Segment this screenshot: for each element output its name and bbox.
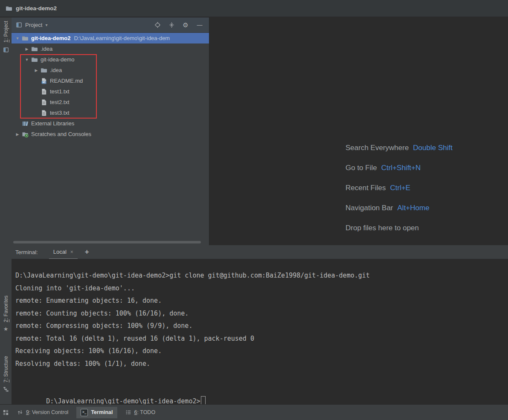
toolwindow-button-favorites[interactable]: 2: Favorites — [3, 295, 9, 322]
chevron-expanded-icon[interactable]: ▼ — [23, 58, 30, 62]
terminal-cursor[interactable] — [201, 396, 206, 405]
settings-gear-button[interactable]: ⚙ — [182, 22, 189, 29]
folder-icon — [31, 56, 38, 63]
chevron-collapsed-icon[interactable]: ▶ — [23, 47, 30, 51]
ide-window: git-idea-demo2 1: Project 2: Favorites ★… — [0, 0, 508, 420]
todo-list-icon — [125, 409, 131, 415]
project-tree: ▼ git-idea-demo2 D:\JavaLearning\git-dem… — [12, 33, 209, 139]
toolwindow-switcher-icon[interactable] — [3, 409, 9, 416]
locate-file-button[interactable] — [154, 22, 161, 29]
terminal-line: D:\JavaLearning\git-demo\git-idea-demo2>… — [15, 269, 508, 282]
hint-go-to-file: Go to FileCtrl+Shift+N — [345, 164, 453, 172]
tree-item-test1[interactable]: test1.txt — [12, 86, 209, 97]
project-path: D:\JavaLearning\git-demo\git-idea-dem — [74, 35, 170, 41]
terminal-line: Receiving objects: 100% (16/16), done. — [15, 345, 508, 358]
text-file-icon — [41, 88, 47, 95]
chevron-down-icon[interactable]: ▾ — [45, 23, 47, 27]
markdown-file-icon — [41, 78, 47, 84]
hint-recent-files: Recent FilesCtrl+E — [345, 184, 453, 192]
terminal-line: remote: Counting objects: 100% (16/16), … — [15, 307, 508, 320]
terminal-line: Cloning into 'git-idea-demo'... — [15, 282, 508, 295]
tree-item-idea-folder[interactable]: ▶ .idea — [12, 43, 209, 54]
hint-search-everywhere: Search EverywhereDouble Shift — [345, 144, 453, 152]
terminal-output[interactable]: D:\JavaLearning\git-demo\git-idea-demo2>… — [12, 259, 508, 420]
window-title: git-idea-demo2 — [16, 5, 57, 12]
tree-item-git-idea-demo[interactable]: ▼ git-idea-demo — [12, 54, 209, 65]
project-tool-window: Project ▾ ⚙ — ▼ git-idea-demo2 D:\JavaLe… — [12, 17, 209, 245]
tree-item-external-libraries[interactable]: External Libraries — [12, 118, 209, 129]
tree-item-project-root[interactable]: ▼ git-idea-demo2 D:\JavaLearning\git-dem… — [12, 33, 209, 43]
tree-item-test2[interactable]: test2.txt — [12, 97, 209, 107]
chevron-collapsed-icon[interactable]: ▶ — [14, 132, 21, 136]
statusbar-todo-button[interactable]: 6: TODO — [121, 407, 160, 417]
terminal-tab-bar: Terminal: Local × + — [12, 245, 508, 259]
terminal-line: remote: Compressing objects: 100% (9/9),… — [15, 320, 508, 333]
terminal-label: Terminal: — [15, 249, 38, 255]
folder-icon — [41, 67, 47, 74]
terminal-line: Resolving deltas: 100% (1/1), done. — [15, 358, 508, 371]
scratches-icon — [22, 131, 29, 138]
project-panel-title[interactable]: Project — [25, 22, 42, 28]
text-file-icon — [41, 99, 47, 106]
project-folder-icon — [6, 5, 12, 12]
chevron-expanded-icon[interactable]: ▼ — [14, 36, 21, 41]
tree-item-scratches[interactable]: ▶ Scratches and Consoles — [12, 129, 209, 139]
tree-item-test3[interactable]: test3.txt — [12, 107, 209, 118]
folder-icon — [22, 35, 29, 42]
favorites-star-icon[interactable]: ★ — [3, 326, 9, 332]
folder-icon — [31, 46, 38, 52]
editor-area: Search EverywhereDouble Shift Go to File… — [210, 17, 508, 245]
horizontal-scrollbar[interactable] — [13, 241, 201, 243]
title-bar: git-idea-demo2 — [0, 0, 508, 17]
statusbar-version-control-button[interactable]: 9: Version Control — [13, 407, 73, 417]
collapse-all-button[interactable] — [168, 22, 175, 29]
terminal-line — [15, 370, 508, 383]
text-file-icon — [41, 110, 47, 116]
tree-item-idea-subfolder[interactable]: ▶ .idea — [12, 65, 209, 75]
left-tool-stripe: 1: Project 2: Favorites ★ 7: Structure — [0, 17, 12, 404]
terminal-tool-window: Terminal: Local × + D:\JavaLearning\git-… — [12, 245, 508, 404]
keymap-hints: Search EverywhereDouble Shift Go to File… — [345, 144, 453, 232]
chevron-collapsed-icon[interactable]: ▶ — [33, 68, 40, 72]
terminal-tab-local[interactable]: Local × — [49, 245, 78, 259]
statusbar-terminal-button[interactable]: Terminal — [76, 407, 117, 418]
status-bar: 9: Version Control Terminal 6: TODO — [0, 404, 508, 420]
tree-item-readme[interactable]: README.md — [12, 75, 209, 86]
close-icon[interactable]: × — [70, 249, 73, 255]
toolwindow-button-structure[interactable]: 7: Structure — [3, 356, 9, 382]
structure-toolwindow-icon[interactable] — [3, 386, 9, 394]
project-view-icon — [16, 22, 22, 28]
terminal-line: remote: Total 16 (delta 1), reused 16 (d… — [15, 333, 508, 345]
new-terminal-tab-button[interactable]: + — [85, 248, 89, 256]
terminal-icon — [81, 409, 88, 416]
library-icon — [22, 120, 29, 127]
hint-navigation-bar: Navigation BarAlt+Home — [345, 204, 453, 212]
terminal-line: remote: Enumerating objects: 16, done. — [15, 295, 508, 307]
project-toolwindow-icon[interactable] — [3, 47, 9, 55]
project-panel-header: Project ▾ ⚙ — — [12, 17, 209, 33]
hide-panel-button[interactable]: — — [196, 22, 203, 29]
hint-drop-files: Drop files here to open — [345, 224, 453, 232]
toolwindow-button-project[interactable]: 1: Project — [3, 21, 9, 43]
version-control-icon — [17, 409, 23, 415]
